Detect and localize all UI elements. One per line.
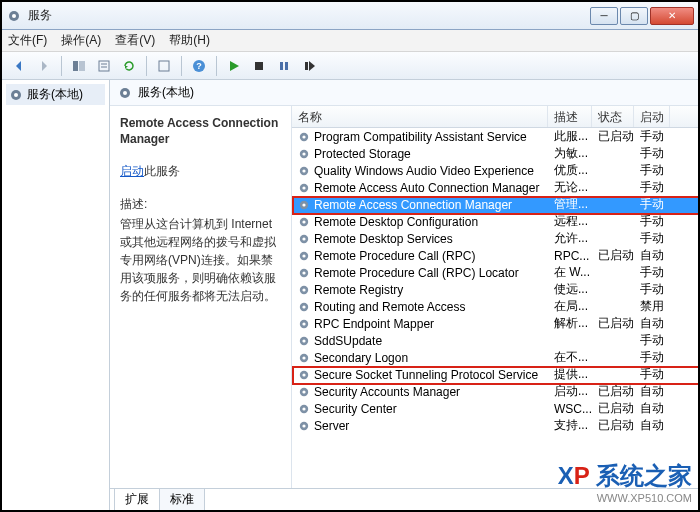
refresh-button[interactable]	[118, 55, 140, 77]
menu-file[interactable]: 文件(F)	[8, 32, 47, 49]
svg-point-43	[302, 339, 305, 342]
svg-point-17	[123, 91, 127, 95]
service-status: 已启动	[598, 417, 634, 434]
service-startup: 手动	[640, 128, 664, 145]
service-row[interactable]: Remote Registry使远...手动	[292, 281, 698, 298]
service-desc: 管理...	[554, 196, 588, 213]
service-row[interactable]: Remote Access Connection Manager管理...手动	[292, 196, 698, 213]
service-startup: 手动	[640, 162, 664, 179]
tab-standard[interactable]: 标准	[159, 488, 205, 510]
svg-point-35	[302, 271, 305, 274]
service-desc: RPC...	[554, 249, 589, 263]
col-startup[interactable]: 启动	[634, 106, 670, 127]
service-desc: 支持...	[554, 417, 588, 434]
tree-root-label: 服务(本地)	[27, 86, 83, 103]
service-startup: 自动	[640, 383, 664, 400]
service-row[interactable]: Remote Desktop Services允许...手动	[292, 230, 698, 247]
service-startup: 手动	[640, 145, 664, 162]
service-row[interactable]: Secure Socket Tunneling Protocol Service…	[292, 366, 698, 383]
show-hide-button[interactable]	[68, 55, 90, 77]
tree-root[interactable]: 服务(本地)	[6, 84, 105, 105]
restart-service-button[interactable]	[298, 55, 320, 77]
service-desc: 在局...	[554, 298, 588, 315]
service-desc: 远程...	[554, 213, 588, 230]
menubar: 文件(F) 操作(A) 查看(V) 帮助(H)	[2, 30, 698, 52]
service-desc: 使远...	[554, 281, 588, 298]
service-name: Remote Desktop Configuration	[314, 215, 478, 229]
tab-extended[interactable]: 扩展	[114, 488, 160, 510]
service-desc: 启动...	[554, 383, 588, 400]
service-startup: 自动	[640, 417, 664, 434]
service-name: RPC Endpoint Mapper	[314, 317, 434, 331]
pause-service-button[interactable]	[273, 55, 295, 77]
svg-rect-12	[285, 62, 288, 70]
svg-rect-11	[280, 62, 283, 70]
service-row[interactable]: Server支持...已启动自动	[292, 417, 698, 434]
service-row[interactable]: Remote Procedure Call (RPC)RPC...已启动自动	[292, 247, 698, 264]
list-pane: 名称 描述 状态 启动 Program Compatibility Assist…	[292, 106, 698, 488]
service-desc: WSC...	[554, 402, 592, 416]
back-button[interactable]	[8, 55, 30, 77]
svg-rect-13	[305, 62, 308, 70]
col-name[interactable]: 名称	[292, 106, 548, 127]
list-header: 名称 描述 状态 启动	[292, 106, 698, 128]
menu-help[interactable]: 帮助(H)	[169, 32, 210, 49]
start-service-button[interactable]	[223, 55, 245, 77]
service-startup: 手动	[640, 264, 664, 281]
forward-button[interactable]	[33, 55, 55, 77]
service-row[interactable]: SddSUpdate手动	[292, 332, 698, 349]
start-link[interactable]: 启动	[120, 164, 144, 178]
svg-rect-2	[73, 61, 78, 71]
service-row[interactable]: RPC Endpoint Mapper解析...已启动自动	[292, 315, 698, 332]
service-name: Security Accounts Manager	[314, 385, 460, 399]
service-row[interactable]: Security Accounts Manager启动...已启动自动	[292, 383, 698, 400]
service-status: 已启动	[598, 247, 634, 264]
svg-point-49	[302, 390, 305, 393]
maximize-button[interactable]: ▢	[620, 7, 648, 25]
col-desc[interactable]: 描述	[548, 106, 592, 127]
service-row[interactable]: Remote Procedure Call (RPC) Locator在 W..…	[292, 264, 698, 281]
minimize-button[interactable]: ─	[590, 7, 618, 25]
stop-service-button[interactable]	[248, 55, 270, 77]
svg-point-15	[14, 93, 18, 97]
service-status: 已启动	[598, 128, 634, 145]
service-startup: 手动	[640, 179, 664, 196]
col-status[interactable]: 状态	[592, 106, 634, 127]
detail-title: Remote Access Connection Manager	[120, 116, 281, 147]
service-row[interactable]: Quality Windows Audio Video Experience优质…	[292, 162, 698, 179]
help-button[interactable]: ?	[188, 55, 210, 77]
service-row[interactable]: Remote Access Auto Connection Manager无论.…	[292, 179, 698, 196]
service-desc: 此服...	[554, 128, 588, 145]
service-name: Secondary Logon	[314, 351, 408, 365]
svg-point-19	[302, 135, 305, 138]
export-button[interactable]	[153, 55, 175, 77]
svg-point-23	[302, 169, 305, 172]
service-name: Routing and Remote Access	[314, 300, 465, 314]
service-row[interactable]: Remote Desktop Configuration远程...手动	[292, 213, 698, 230]
svg-point-39	[302, 305, 305, 308]
service-name: Remote Access Auto Connection Manager	[314, 181, 539, 195]
service-row[interactable]: Program Compatibility Assistant Service此…	[292, 128, 698, 145]
svg-point-25	[302, 186, 305, 189]
service-row[interactable]: Security CenterWSC...已启动自动	[292, 400, 698, 417]
menu-view[interactable]: 查看(V)	[115, 32, 155, 49]
service-startup: 自动	[640, 315, 664, 332]
svg-rect-7	[159, 61, 169, 71]
service-desc: 解析...	[554, 315, 588, 332]
service-row[interactable]: Secondary Logon在不...手动	[292, 349, 698, 366]
svg-text:?: ?	[196, 61, 202, 71]
menu-action[interactable]: 操作(A)	[61, 32, 101, 49]
service-row[interactable]: Routing and Remote Access在局...禁用	[292, 298, 698, 315]
close-button[interactable]: ✕	[650, 7, 694, 25]
svg-point-37	[302, 288, 305, 291]
service-desc: 为敏...	[554, 145, 588, 162]
start-suffix: 此服务	[144, 164, 180, 178]
service-desc: 优质...	[554, 162, 588, 179]
svg-rect-4	[99, 61, 109, 71]
service-startup: 手动	[640, 349, 664, 366]
service-row[interactable]: Protected Storage为敏...手动	[292, 145, 698, 162]
service-desc: 在 W...	[554, 264, 590, 281]
service-startup: 自动	[640, 247, 664, 264]
properties-button[interactable]	[93, 55, 115, 77]
svg-rect-10	[255, 62, 263, 70]
